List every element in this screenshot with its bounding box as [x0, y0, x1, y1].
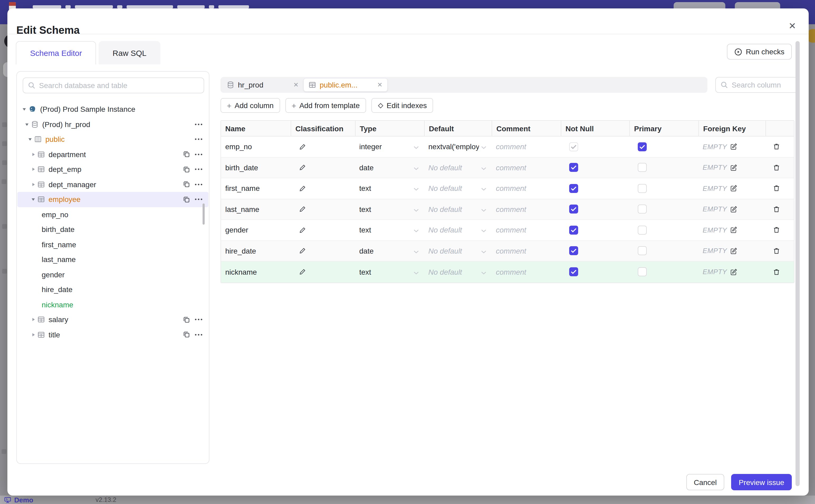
pencil-icon[interactable]: [299, 143, 306, 150]
comment-input[interactable]: comment: [492, 241, 561, 261]
more-menu-icon[interactable]: [195, 334, 202, 336]
primary-checkbox[interactable]: [638, 205, 647, 214]
type-select[interactable]: text: [355, 261, 424, 282]
comment-input[interactable]: comment: [492, 199, 561, 219]
column-name-cell[interactable]: first_name: [221, 178, 291, 198]
close-tab-icon[interactable]: ✕: [377, 81, 382, 89]
trash-icon[interactable]: [773, 143, 780, 151]
cancel-button[interactable]: Cancel: [686, 474, 724, 490]
primary-checkbox[interactable]: [638, 226, 647, 235]
more-menu-icon[interactable]: [195, 153, 202, 156]
type-select[interactable]: date: [355, 157, 424, 178]
editor-tab-hr_prod[interactable]: hr_prod✕: [222, 78, 303, 92]
default-select[interactable]: No default: [424, 220, 492, 240]
close-tab-icon[interactable]: ✕: [293, 81, 298, 89]
tree-column-hire_date[interactable]: hire_date: [17, 282, 209, 297]
comment-input[interactable]: comment: [492, 261, 561, 282]
not-null-checkbox[interactable]: [569, 226, 578, 235]
comment-input[interactable]: comment: [492, 157, 561, 178]
chevron-right-icon[interactable]: [31, 167, 36, 172]
add-from-template-button[interactable]: +Add from template: [285, 98, 366, 113]
type-select[interactable]: text: [355, 220, 424, 240]
not-null-checkbox[interactable]: [569, 184, 578, 193]
chevron-down-icon[interactable]: [24, 122, 30, 127]
edit-foreign-key-icon[interactable]: [730, 268, 738, 276]
column-name-cell[interactable]: gender: [221, 220, 291, 240]
copy-icon[interactable]: [183, 181, 190, 188]
column-search[interactable]: [715, 77, 800, 93]
column-name-cell[interactable]: nickname: [221, 261, 291, 282]
comment-input[interactable]: comment: [492, 220, 561, 240]
primary-checkbox[interactable]: [638, 246, 647, 255]
edit-indexes-button[interactable]: Edit indexes: [371, 98, 434, 113]
add-column-button[interactable]: +Add column: [220, 98, 280, 113]
primary-checkbox[interactable]: [638, 163, 647, 172]
more-menu-icon[interactable]: [195, 168, 202, 171]
not-null-checkbox[interactable]: [569, 205, 578, 214]
primary-checkbox[interactable]: [638, 268, 647, 277]
tree-column-birth_date[interactable]: birth_date: [17, 222, 209, 237]
more-menu-icon[interactable]: [195, 138, 202, 140]
default-select[interactable]: No default: [424, 199, 492, 219]
default-select[interactable]: nextval('employ: [424, 137, 492, 157]
more-menu-icon[interactable]: [195, 183, 202, 186]
tree-column-gender[interactable]: gender: [17, 267, 209, 282]
more-menu-icon[interactable]: [195, 198, 202, 201]
database-search[interactable]: [23, 77, 204, 93]
type-select[interactable]: date: [355, 241, 424, 261]
sidebar-scrollbar[interactable]: [202, 203, 205, 225]
pencil-icon[interactable]: [299, 269, 306, 275]
copy-icon[interactable]: [183, 196, 190, 203]
trash-icon[interactable]: [773, 164, 780, 171]
copy-icon[interactable]: [183, 151, 190, 158]
tree-column-first_name[interactable]: first_name: [17, 237, 209, 252]
edit-foreign-key-icon[interactable]: [730, 206, 738, 213]
pencil-icon[interactable]: [299, 164, 306, 171]
tree-item-public[interactable]: public: [17, 132, 209, 147]
chevron-right-icon[interactable]: [31, 332, 36, 337]
tree-item-employee[interactable]: employee: [17, 192, 209, 207]
tab-raw-sql[interactable]: Raw SQL: [99, 41, 160, 64]
copy-icon[interactable]: [183, 316, 190, 323]
pencil-icon[interactable]: [299, 227, 306, 234]
primary-checkbox[interactable]: [638, 142, 647, 151]
edit-foreign-key-icon[interactable]: [730, 164, 738, 171]
preview-issue-button[interactable]: Preview issue: [731, 474, 792, 490]
column-name-cell[interactable]: hire_date: [221, 241, 291, 261]
tree-item-title[interactable]: title: [17, 327, 209, 342]
chevron-right-icon[interactable]: [31, 182, 36, 187]
copy-icon[interactable]: [183, 166, 190, 173]
tree-column-last_name[interactable]: last_name: [17, 252, 209, 267]
close-icon[interactable]: ✕: [787, 20, 798, 32]
type-select[interactable]: text: [355, 178, 424, 198]
edit-foreign-key-icon[interactable]: [730, 185, 738, 192]
chevron-right-icon[interactable]: [31, 152, 36, 157]
type-select[interactable]: integer: [355, 137, 424, 157]
column-name-cell[interactable]: birth_date: [221, 157, 291, 178]
pencil-icon[interactable]: [299, 206, 306, 213]
edit-foreign-key-icon[interactable]: [730, 226, 738, 234]
run-checks-button[interactable]: Run checks: [727, 44, 792, 60]
tree-item-department[interactable]: department: [17, 147, 209, 162]
tree-column-nickname[interactable]: nickname: [17, 297, 209, 312]
trash-icon[interactable]: [773, 247, 780, 255]
copy-icon[interactable]: [183, 331, 190, 338]
default-select[interactable]: No default: [424, 178, 492, 198]
comment-input[interactable]: comment: [492, 137, 561, 157]
not-null-checkbox[interactable]: [569, 163, 578, 172]
more-menu-icon[interactable]: [195, 123, 202, 125]
not-null-checkbox[interactable]: [569, 268, 578, 277]
trash-icon[interactable]: [773, 226, 780, 234]
default-select[interactable]: No default: [424, 157, 492, 178]
comment-input[interactable]: comment: [492, 178, 561, 198]
tab-schema-editor[interactable]: Schema Editor: [16, 41, 96, 64]
editor-tab-public-em-[interactable]: public.em...✕: [303, 78, 388, 92]
trash-icon[interactable]: [773, 268, 780, 276]
tree-item--Prod-Prod-Sample-Instance[interactable]: (Prod) Prod Sample Instance: [17, 102, 209, 117]
trash-icon[interactable]: [773, 206, 780, 213]
chevron-down-icon[interactable]: [31, 197, 36, 202]
more-menu-icon[interactable]: [195, 319, 202, 321]
default-select[interactable]: No default: [424, 241, 492, 261]
tree-item-dept_emp[interactable]: dept_emp: [17, 162, 209, 177]
edit-foreign-key-icon[interactable]: [730, 247, 738, 255]
